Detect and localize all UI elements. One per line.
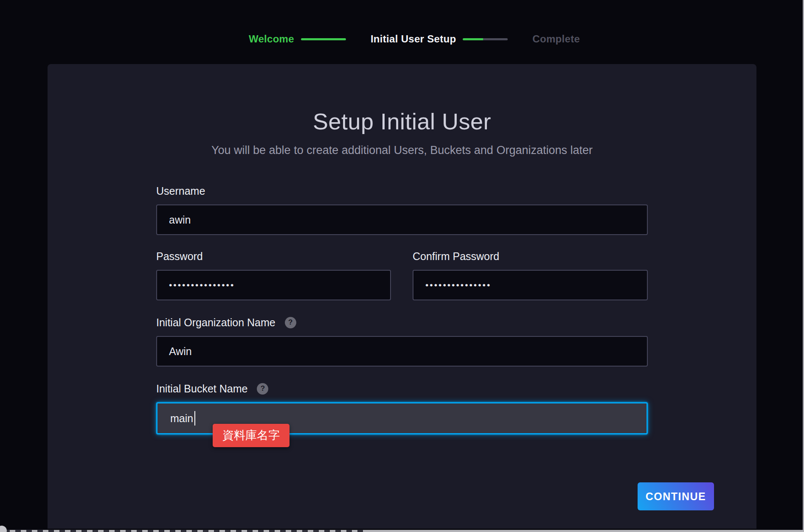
bucket-name-label-text: Initial Bucket Name [156, 382, 247, 395]
confirm-password-field-group: Confirm Password [413, 249, 648, 300]
bucket-name-field-group: Initial Bucket Name ? main 資料庫名字 [156, 382, 648, 434]
username-input[interactable] [156, 204, 648, 235]
password-field-group: Password [156, 249, 391, 300]
page-subtitle: You will be able to create additional Us… [48, 144, 756, 157]
bucket-name-tooltip: 資料庫名字 [213, 424, 290, 447]
initial-user-form: Username Password Confirm Password Initi… [156, 184, 648, 434]
org-name-label-text: Initial Organization Name [156, 316, 275, 329]
username-label: Username [156, 184, 648, 198]
bottom-left-corner-dot [0, 526, 7, 532]
org-name-label: Initial Organization Name ? [156, 316, 648, 329]
password-input[interactable] [156, 270, 391, 300]
text-cursor [194, 411, 195, 426]
confirm-password-input[interactable] [413, 270, 648, 300]
step-complete[interactable]: Complete [532, 31, 580, 48]
bucket-name-input[interactable]: main 資料庫名字 [156, 402, 648, 434]
bucket-name-value: main [170, 412, 193, 425]
org-name-help-icon[interactable]: ? [285, 317, 296, 328]
password-row: Password Confirm Password [156, 249, 648, 300]
org-name-input[interactable] [156, 336, 648, 367]
step-welcome[interactable]: Welcome [249, 31, 294, 48]
step-initial-user-setup[interactable]: Initial User Setup [371, 31, 456, 48]
page-title: Setup Initial User [48, 108, 756, 134]
org-name-field-group: Initial Organization Name ? [156, 316, 648, 367]
continue-button[interactable]: CONTINUE [638, 482, 714, 510]
username-field-group: Username [156, 184, 648, 235]
setup-card: Setup Initial User You will be able to c… [48, 64, 756, 529]
confirm-password-label: Confirm Password [413, 249, 648, 263]
bucket-name-label: Initial Bucket Name ? [156, 382, 648, 395]
bottom-cutoff-text-fragments [4, 529, 365, 532]
password-label: Password [156, 249, 391, 263]
step-progress-line-initial-user-setup [463, 38, 508, 40]
step-progress-line-welcome [301, 38, 346, 40]
bucket-name-help-icon[interactable]: ? [257, 383, 268, 395]
onboarding-stepper: Welcome Initial User Setup Complete [0, 31, 804, 48]
